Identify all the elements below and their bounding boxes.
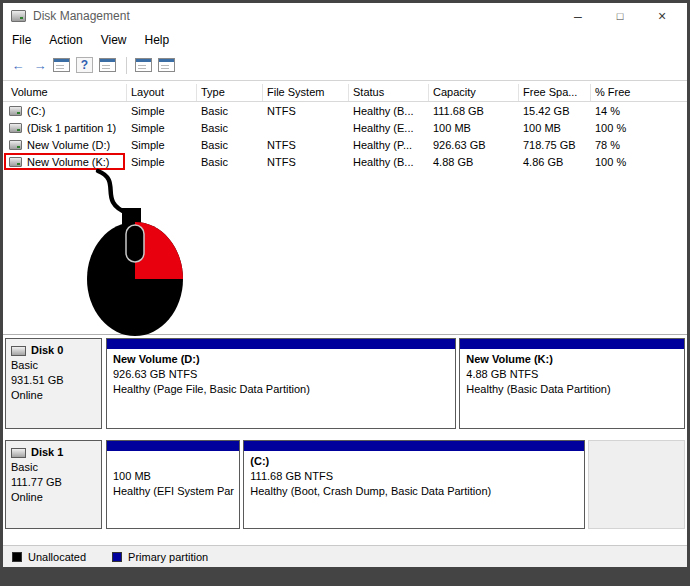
type-cell: Basic bbox=[197, 119, 263, 136]
disk-management-window: Disk Management – □ × File Action View H… bbox=[3, 3, 687, 567]
table-row-new-volume-k[interactable]: New Volume (K:) Simple Basic NTFS Health… bbox=[3, 153, 687, 170]
volume-icon bbox=[9, 157, 22, 167]
console-tree-icon[interactable] bbox=[53, 58, 70, 72]
volume-list: Volume Layout Type File System Status Ca… bbox=[3, 84, 687, 170]
column-header-type[interactable]: Type bbox=[197, 84, 263, 101]
minimize-button[interactable]: – bbox=[563, 3, 593, 29]
unallocated-swatch bbox=[12, 552, 22, 562]
column-header-file-system[interactable]: File System bbox=[263, 84, 349, 101]
column-header-capacity[interactable]: Capacity bbox=[429, 84, 519, 101]
partition-name: (C:) bbox=[250, 454, 578, 469]
partition-health: Healthy (EFI System Par bbox=[113, 484, 233, 499]
file-system-cell bbox=[263, 119, 349, 136]
maximize-button[interactable]: □ bbox=[605, 3, 635, 29]
partition-text: 100 MB Healthy (EFI System Par bbox=[107, 451, 239, 499]
partition-info: 100 MB bbox=[113, 469, 233, 484]
partition-new-volume-d[interactable]: New Volume (D:) 926.63 GB NTFS Healthy (… bbox=[106, 338, 456, 429]
partition-c[interactable]: (C:) 111.68 GB NTFS Healthy (Boot, Crash… bbox=[243, 440, 585, 529]
disk-0-strip: New Volume (D:) 926.63 GB NTFS Healthy (… bbox=[106, 338, 685, 429]
status-cell: Healthy (P... bbox=[349, 136, 429, 153]
legend-bar: Unallocated Primary partition bbox=[3, 545, 687, 567]
table-row-c[interactable]: (C:) Simple Basic NTFS Healthy (B... 111… bbox=[3, 102, 687, 119]
disk-size: 111.77 GB bbox=[11, 475, 96, 490]
layout-cell: Simple bbox=[127, 136, 197, 153]
partition-health: Healthy (Page File, Basic Data Partition… bbox=[113, 382, 449, 397]
status-cell: Healthy (B... bbox=[349, 102, 429, 119]
volume-name: New Volume (K:) bbox=[27, 156, 110, 168]
disk-label: Disk 1 bbox=[31, 445, 63, 460]
partition-efi-system[interactable]: 100 MB Healthy (EFI System Par bbox=[106, 440, 240, 529]
column-header-free-space[interactable]: Free Spa... bbox=[519, 84, 591, 101]
pct-free-cell: 78 % bbox=[591, 136, 687, 153]
disk-1-info-panel[interactable]: Disk 1 Basic 111.77 GB Online bbox=[5, 440, 102, 529]
pct-free-cell: 14 % bbox=[591, 102, 687, 119]
volume-icon bbox=[9, 106, 22, 116]
menu-file[interactable]: File bbox=[3, 31, 40, 49]
partition-stripe bbox=[107, 441, 239, 451]
partition-stripe bbox=[244, 441, 584, 451]
table-row-new-volume-d[interactable]: New Volume (D:) Simple Basic NTFS Health… bbox=[3, 136, 687, 153]
disk-management-icon bbox=[11, 10, 26, 22]
file-system-cell: NTFS bbox=[263, 136, 349, 153]
partition-health: Healthy (Boot, Crash Dump, Basic Data Pa… bbox=[250, 484, 578, 499]
legend-item-primary-partition: Primary partition bbox=[112, 551, 208, 563]
capacity-cell: 111.68 GB bbox=[429, 102, 519, 119]
window-title: Disk Management bbox=[33, 9, 130, 23]
volume-cell: New Volume (K:) bbox=[3, 153, 127, 170]
mouse-body bbox=[87, 222, 183, 336]
disk-icon bbox=[11, 346, 26, 356]
type-cell: Basic bbox=[197, 153, 263, 170]
volume-icon bbox=[9, 123, 22, 133]
free-space-cell: 718.75 GB bbox=[519, 136, 591, 153]
partition-info: 111.68 GB NTFS bbox=[250, 469, 578, 484]
disk-kind: Basic bbox=[11, 358, 96, 373]
forward-icon[interactable]: → bbox=[31, 56, 49, 74]
volume-list-header: Volume Layout Type File System Status Ca… bbox=[3, 84, 687, 102]
type-cell: Basic bbox=[197, 136, 263, 153]
list-view-icon[interactable] bbox=[99, 58, 116, 72]
partition-name: New Volume (D:) bbox=[113, 352, 449, 367]
capacity-cell: 926.63 GB bbox=[429, 136, 519, 153]
back-icon[interactable]: ← bbox=[9, 56, 27, 74]
column-header-pct-free[interactable]: % Free bbox=[591, 84, 687, 101]
help-icon[interactable]: ? bbox=[76, 57, 93, 73]
menu-view[interactable]: View bbox=[92, 31, 136, 49]
volume-name: New Volume (D:) bbox=[27, 139, 110, 151]
menu-bar: File Action View Help bbox=[3, 29, 687, 50]
disk-0-info-panel[interactable]: Disk 0 Basic 931.51 GB Online bbox=[5, 338, 102, 429]
layout-cell: Simple bbox=[127, 119, 197, 136]
volume-name: (C:) bbox=[27, 105, 45, 117]
column-header-layout[interactable]: Layout bbox=[127, 84, 197, 101]
pct-free-cell: 100 % bbox=[591, 119, 687, 136]
menu-help[interactable]: Help bbox=[136, 31, 179, 49]
partition-stripe bbox=[460, 339, 684, 349]
partition-name bbox=[113, 454, 233, 469]
properties-icon[interactable] bbox=[135, 58, 152, 72]
partition-info: 926.63 GB NTFS bbox=[113, 367, 449, 382]
partition-health: Healthy (Basic Data Partition) bbox=[466, 382, 678, 397]
volume-cell: New Volume (D:) bbox=[3, 136, 127, 153]
refresh-icon[interactable] bbox=[158, 58, 175, 72]
graphical-view-separator bbox=[3, 334, 687, 335]
partition-stripe bbox=[107, 339, 455, 349]
partition-text: New Volume (K:) 4.88 GB NTFS Healthy (Ba… bbox=[460, 349, 684, 397]
partition-new-volume-k[interactable]: New Volume (K:) 4.88 GB NTFS Healthy (Ba… bbox=[459, 338, 685, 429]
primary-partition-swatch bbox=[112, 552, 122, 562]
title-bar: Disk Management – □ × bbox=[3, 3, 687, 29]
mouse-right-button bbox=[135, 222, 183, 279]
status-cell: Healthy (E... bbox=[349, 119, 429, 136]
column-header-volume[interactable]: Volume bbox=[3, 84, 127, 101]
mouse-scroll-wheel bbox=[126, 225, 144, 262]
menu-action[interactable]: Action bbox=[40, 31, 91, 49]
column-header-status[interactable]: Status bbox=[349, 84, 429, 101]
disk-1-strip: 100 MB Healthy (EFI System Par (C:) 111.… bbox=[106, 440, 685, 529]
table-row-disk1-partition1[interactable]: (Disk 1 partition 1) Simple Basic Health… bbox=[3, 119, 687, 136]
disk-status: Online bbox=[11, 388, 96, 403]
disk-status: Online bbox=[11, 490, 96, 505]
pct-free-cell: 100 % bbox=[591, 153, 687, 170]
disk-kind: Basic bbox=[11, 460, 96, 475]
close-button[interactable]: × bbox=[647, 3, 677, 29]
partition-name: New Volume (K:) bbox=[466, 352, 678, 367]
mouse-cable bbox=[98, 171, 127, 213]
legend-label: Unallocated bbox=[28, 551, 86, 563]
